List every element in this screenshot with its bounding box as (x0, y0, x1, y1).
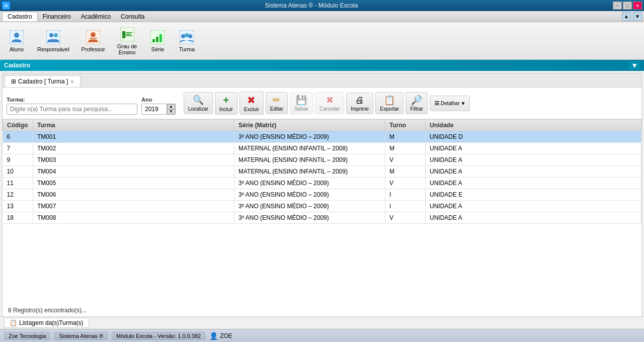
svg-point-3 (49, 33, 53, 37)
cell-codigo: 6 (3, 131, 33, 143)
cell-serie: 3º ANO (ENSINO MÉDIO – 2009) (234, 131, 385, 143)
cell-turma: TM006 (33, 189, 234, 201)
year-down-button[interactable]: ▼ (167, 109, 175, 114)
excluir-button[interactable]: ✖ Excluir (239, 92, 264, 115)
svg-point-1 (14, 33, 19, 38)
title-bar: A Sistema Atenas ® - Módulo Escola − □ ✕ (0, 0, 644, 11)
table-row[interactable]: 11TM0053º ANO (ENSINO MÉDIO – 2009)VUNID… (3, 178, 641, 189)
table-container: Código Turma Série (Matriz) Turno Unidad… (3, 119, 641, 224)
records-text: 8 Registro(s) encontrado(s)... (8, 307, 87, 314)
svg-rect-9 (122, 31, 125, 38)
cell-serie: MATERNAL (ENSINO INFANTIL – 2008) (234, 143, 385, 154)
imprimir-button[interactable]: 🖨 Imprimir (346, 93, 373, 114)
professor-label: Professor (82, 46, 105, 52)
cell-unidade: UNIDADE A (426, 154, 641, 166)
menu-consulta[interactable]: Consulta (116, 12, 149, 21)
cancelar-icon: ✖ (326, 95, 334, 106)
cell-turno: M (385, 166, 426, 178)
table-row[interactable]: 13TM0073º ANO (ENSINO MÉDIO – 2009)IUNID… (3, 201, 641, 212)
toolbar-professor[interactable]: Professor (77, 27, 109, 54)
year-input[interactable] (141, 104, 167, 115)
menu-cadastro[interactable]: Cadastro (2, 12, 38, 21)
imprimir-icon: 🖨 (355, 95, 364, 106)
menu-right-controls: ▲ ▼ (622, 12, 642, 21)
detalhar-button[interactable]: ≡ Detalhar ▼ (430, 96, 470, 111)
table-row[interactable]: 6TM0013º ANO (ENSINO MÉDIO – 2009)MUNIDA… (3, 131, 641, 143)
table-row[interactable]: 7TM002MATERNAL (ENSINO INFANTIL – 2008)M… (3, 143, 641, 154)
cell-unidade: UNIDADE A (426, 143, 641, 154)
toolbar-responsavel[interactable]: Responsável (33, 27, 73, 54)
cell-unidade: UNIDADE A (426, 212, 641, 224)
turma-tab[interactable]: ⊞ Cadastro [ Turma ] ✕ (5, 75, 80, 87)
exportar-icon: 📋 (384, 95, 395, 106)
cancelar-label: Cancelar (319, 106, 340, 112)
svg-rect-11 (126, 32, 132, 33)
table-row[interactable]: 18TM0083º ANO (ENSINO MÉDIO – 2009)VUNID… (3, 212, 641, 224)
toolbar-turma[interactable]: Turma (174, 27, 199, 54)
localizar-button[interactable]: 🔍 Localizar (184, 92, 213, 114)
salvar-button[interactable]: 💾 Salvar (290, 92, 313, 114)
toolbar-serie[interactable]: Série (145, 27, 170, 54)
cadastro-arrow-button[interactable]: ▼ (629, 61, 640, 69)
footer-product: Sistema Atenas ® (54, 332, 108, 340)
cell-turno: V (385, 212, 426, 224)
footer: Zoe Tecnologia Sistema Atenas ® Módulo E… (0, 329, 644, 342)
table-row[interactable]: 10TM004MATERNAL (ENSINO INFANTIL – 2009)… (3, 166, 641, 178)
cell-codigo: 9 (3, 154, 33, 166)
cell-turma: TM008 (33, 212, 234, 224)
status-tab-icon: 📋 (10, 319, 17, 326)
tab-close-button[interactable]: ✕ (70, 79, 74, 84)
close-button[interactable]: ✕ (633, 2, 642, 10)
cell-unidade: UNIDADE E (426, 189, 641, 201)
status-tab[interactable]: 📋 Listagem da(s)Turma(s) (4, 318, 89, 328)
menu-academico[interactable]: Acadêmico (76, 12, 116, 21)
menu-bar: Cadastro Financeiro Acadêmico Consulta ▲… (0, 11, 644, 22)
maximize-button[interactable]: □ (623, 2, 632, 10)
table-row[interactable]: 9TM003MATERNAL (ENSINO INFANTIL – 2009)V… (3, 154, 641, 166)
cell-serie: 3º ANO (ENSINO MÉDIO – 2009) (234, 189, 385, 201)
cell-turno: I (385, 201, 426, 212)
year-label-text: Ano (141, 97, 176, 103)
menu-financeiro[interactable]: Financeiro (38, 12, 76, 21)
toolbar: Aluno Responsável Professor (0, 22, 644, 60)
filtrar-button[interactable]: 🔎 Filtrar (406, 92, 428, 114)
menu-up-button[interactable]: ▲ (622, 12, 631, 21)
turma-icon (179, 29, 195, 45)
search-bar: Turma: Ano ▲ ▼ 🔍 Localizar (3, 88, 641, 119)
cancelar-button[interactable]: ✖ Cancelar (315, 92, 344, 114)
year-spinner: ▲ ▼ (167, 104, 176, 115)
minimize-button[interactable]: − (613, 2, 622, 10)
svg-rect-7 (89, 38, 97, 39)
cell-turno: M (385, 131, 426, 143)
menu-down-button[interactable]: ▼ (633, 12, 642, 21)
cell-unidade: UNIDADE D (426, 131, 641, 143)
year-wrap: ▲ ▼ (141, 104, 176, 115)
editar-button[interactable]: ✏ Editar (266, 92, 288, 114)
editar-icon: ✏ (273, 95, 280, 106)
turma-search-input[interactable] (7, 104, 137, 115)
responsavel-icon (45, 29, 61, 45)
records-info: 8 Registro(s) encontrado(s)... (4, 305, 91, 316)
cell-turma: TM002 (33, 143, 234, 154)
svg-rect-16 (159, 34, 162, 42)
toolbar-grau-ensino[interactable]: Grau deEnsino (113, 24, 141, 57)
footer-username: ZOE (220, 332, 232, 339)
detalhar-label: Detalhar (441, 101, 460, 106)
filtrar-label: Filtrar (410, 106, 423, 112)
cell-serie: 3º ANO (ENSINO MÉDIO – 2009) (234, 178, 385, 189)
cell-codigo: 7 (3, 143, 33, 154)
cadastro-bar: Cadastro ▼ (0, 60, 644, 71)
cadastro-label: Cadastro (4, 62, 30, 69)
grau-ensino-icon (119, 26, 135, 42)
year-up-button[interactable]: ▲ (167, 104, 175, 109)
table-row[interactable]: 12TM0063º ANO (ENSINO MÉDIO – 2009)IUNID… (3, 189, 641, 201)
status-bar: 📋 Listagem da(s)Turma(s) (0, 316, 644, 329)
incluir-button[interactable]: + Incluir (215, 92, 237, 115)
exportar-button[interactable]: 📋 Exportar (375, 92, 404, 114)
imprimir-label: Imprimir (351, 106, 369, 112)
salvar-label: Salvar (294, 106, 308, 112)
cell-turma: TM005 (33, 178, 234, 189)
cell-unidade: UNIDADE A (426, 166, 641, 178)
toolbar-aluno[interactable]: Aluno (4, 27, 29, 54)
cell-serie: 3º ANO (ENSINO MÉDIO – 2009) (234, 201, 385, 212)
